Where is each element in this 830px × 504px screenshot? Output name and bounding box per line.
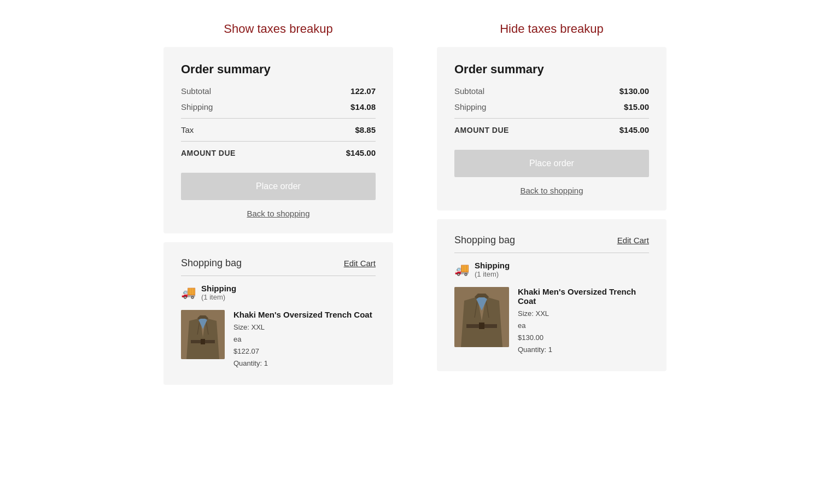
- left-product-name: Khaki Men's Oversized Trench Coat: [233, 310, 372, 319]
- left-product-size: Size: XXL: [233, 323, 265, 331]
- right-product-price: $130.00: [518, 333, 543, 342]
- left-panel-title: Show taxes breakup: [163, 22, 393, 36]
- right-amount-due-row: AMOUNT DUE $145.00: [454, 125, 649, 134]
- left-truck-icon: 🚚: [181, 285, 196, 300]
- left-amount-due-value: $145.00: [346, 148, 376, 157]
- right-subtotal-value: $130.00: [619, 86, 649, 96]
- left-amount-due-label: AMOUNT DUE: [181, 149, 236, 157]
- left-edit-cart-link[interactable]: Edit Cart: [344, 259, 376, 268]
- left-shopping-bag-header: Shopping bag Edit Cart: [181, 257, 376, 269]
- left-product-row: Khaki Men's Oversized Trench Coat Size: …: [181, 310, 376, 370]
- left-back-to-shopping-link[interactable]: Back to shopping: [181, 209, 376, 218]
- left-shipping-row: Shipping $14.08: [181, 102, 376, 112]
- left-shipping-info: Shipping (1 item): [201, 284, 236, 301]
- right-truck-icon: 🚚: [454, 262, 469, 277]
- left-order-summary-heading: Order summary: [181, 62, 376, 77]
- svg-rect-4: [201, 339, 205, 344]
- left-product-image: [181, 310, 225, 359]
- right-product-unit: ea: [518, 321, 525, 330]
- left-tax-label: Tax: [181, 125, 194, 134]
- right-amount-due-label: AMOUNT DUE: [454, 126, 509, 134]
- right-amount-due-value: $145.00: [619, 125, 649, 134]
- left-shopping-bag-card: Shopping bag Edit Cart 🚚 Shipping (1 ite…: [163, 242, 393, 385]
- left-tax-value: $8.85: [355, 125, 376, 134]
- left-panel: Show taxes breakup Order summary Subtota…: [163, 22, 393, 385]
- right-subtotal-label: Subtotal: [454, 86, 484, 96]
- right-shipping-row-bag: 🚚 Shipping (1 item): [454, 253, 649, 278]
- right-shipping-count: (1 item): [475, 270, 510, 278]
- left-order-summary-card: Order summary Subtotal 122.07 Shipping $…: [163, 47, 393, 233]
- right-subtotal-row: Subtotal $130.00: [454, 86, 649, 96]
- svg-rect-12: [479, 323, 484, 329]
- right-panel: Hide taxes breakup Order summary Subtota…: [437, 22, 667, 385]
- left-shipping-value: $14.08: [350, 102, 376, 112]
- left-product-quantity: Quantity: 1: [233, 359, 268, 367]
- left-tax-row: Tax $8.85: [181, 125, 376, 134]
- left-shipping-label: Shipping: [181, 102, 213, 112]
- right-back-to-shopping-link[interactable]: Back to shopping: [454, 186, 649, 195]
- left-product-unit: ea: [233, 335, 241, 343]
- left-subtotal-label: Subtotal: [181, 86, 211, 96]
- right-shipping-row: Shipping $15.00: [454, 102, 649, 112]
- right-place-order-button[interactable]: Place order: [454, 150, 649, 177]
- right-product-meta: Size: XXL ea $130.00 Quantity: 1: [518, 308, 649, 356]
- right-edit-cart-link[interactable]: Edit Cart: [617, 236, 649, 245]
- left-shipping-row-bag: 🚚 Shipping (1 item): [181, 276, 376, 301]
- right-divider: [454, 118, 649, 119]
- right-shopping-bag-header: Shopping bag Edit Cart: [454, 235, 649, 246]
- right-product-details: Khaki Men's Oversized Trench Coat Size: …: [518, 287, 649, 356]
- left-shopping-bag-title: Shopping bag: [181, 257, 242, 269]
- left-product-meta: Size: XXL ea $122.07 Quantity: 1: [233, 321, 372, 370]
- left-divider-2: [181, 141, 376, 142]
- right-product-size: Size: XXL: [518, 309, 549, 318]
- left-divider-1: [181, 118, 376, 119]
- left-product-details: Khaki Men's Oversized Trench Coat Size: …: [233, 310, 372, 370]
- right-order-summary-card: Order summary Subtotal $130.00 Shipping …: [437, 47, 667, 210]
- right-product-quantity: Quantity: 1: [518, 345, 552, 354]
- right-panel-title: Hide taxes breakup: [437, 22, 667, 36]
- right-product-image: [454, 287, 509, 347]
- left-shipping-count: (1 item): [201, 293, 236, 301]
- right-coat-svg: [454, 287, 509, 347]
- right-shipping-label-bag: Shipping: [475, 261, 510, 270]
- left-shipping-label-bag: Shipping: [201, 284, 236, 293]
- right-shipping-label: Shipping: [454, 102, 486, 112]
- left-subtotal-row: Subtotal 122.07: [181, 86, 376, 96]
- page-wrapper: Show taxes breakup Order summary Subtota…: [32, 22, 798, 385]
- right-shopping-bag-card: Shopping bag Edit Cart 🚚 Shipping (1 ite…: [437, 219, 667, 371]
- right-shipping-value: $15.00: [624, 102, 649, 112]
- right-product-row: Khaki Men's Oversized Trench Coat Size: …: [454, 287, 649, 356]
- right-shopping-bag-title: Shopping bag: [454, 235, 515, 246]
- right-shipping-info: Shipping (1 item): [475, 261, 510, 278]
- right-order-summary-heading: Order summary: [454, 62, 649, 77]
- right-product-name: Khaki Men's Oversized Trench Coat: [518, 287, 649, 306]
- left-product-price: $122.07: [233, 347, 259, 355]
- left-amount-due-row: AMOUNT DUE $145.00: [181, 148, 376, 157]
- left-place-order-button[interactable]: Place order: [181, 173, 376, 200]
- left-coat-svg: [181, 310, 225, 359]
- left-subtotal-value: 122.07: [350, 86, 376, 96]
